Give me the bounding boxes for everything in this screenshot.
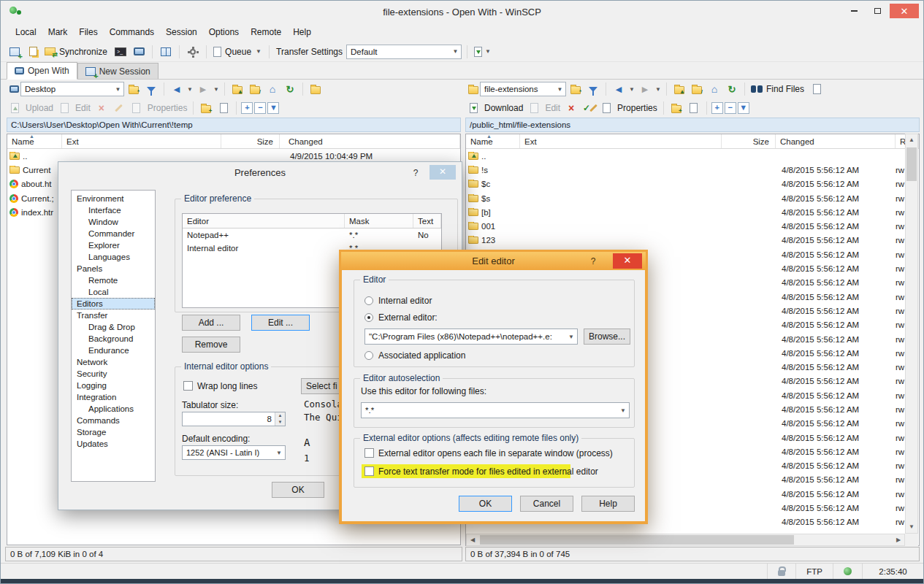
- pref-tree-storage[interactable]: Storage: [72, 426, 155, 438]
- editor-table-row[interactable]: Notepad++*.*No: [183, 228, 441, 242]
- edit-button[interactable]: [526, 100, 542, 116]
- pref-tree-transfer[interactable]: Transfer: [72, 310, 155, 321]
- preferences-button[interactable]: [185, 44, 201, 60]
- scroll-down-arrow[interactable]: ▼: [906, 521, 917, 533]
- new-window-button[interactable]: [131, 44, 147, 60]
- file-row[interactable]: 0014/8/2015 5:56:12 AMrw: [466, 219, 919, 233]
- help-button[interactable]: ?: [408, 166, 424, 180]
- editor-column[interactable]: Editor: [183, 214, 345, 228]
- right-path-bar[interactable]: /public_html/file-extensions: [465, 118, 920, 132]
- file-row[interactable]: $c4/8/2015 5:56:12 AMrw: [466, 177, 919, 191]
- close-button[interactable]: ✕: [890, 4, 919, 18]
- file-row[interactable]: 1234/8/2015 5:56:12 AMrw: [466, 234, 919, 247]
- pref-tree-endurance[interactable]: Endurance: [72, 345, 155, 356]
- tab-new-session[interactable]: New Session: [77, 63, 159, 79]
- security-cell[interactable]: [767, 564, 795, 579]
- chevron-down-icon[interactable]: ▼: [255, 48, 262, 55]
- home-directory-button[interactable]: ⌂: [264, 81, 280, 97]
- delete-button[interactable]: ×: [563, 100, 579, 116]
- wrap-long-lines-checkbox[interactable]: [183, 381, 193, 391]
- vertical-scrollbar[interactable]: ▲ ▼: [905, 134, 918, 534]
- ok-button[interactable]: OK: [459, 496, 512, 512]
- file-mask-combo[interactable]: *.* ▼: [361, 402, 630, 418]
- session-color-button[interactable]: ▼: [473, 44, 493, 60]
- synchronize-button[interactable]: Synchronize: [43, 44, 110, 60]
- maximize-button[interactable]: [866, 4, 888, 18]
- menu-options[interactable]: Options: [203, 24, 245, 40]
- pref-tree-logging[interactable]: Logging: [72, 380, 155, 391]
- queue-button[interactable]: Queue ▼: [212, 44, 264, 60]
- open-directory-button[interactable]: *: [568, 81, 584, 97]
- preferences-title-bar[interactable]: Preferences: [58, 162, 462, 182]
- transfer-settings-combo[interactable]: Default ▼: [346, 45, 462, 59]
- external-editor-path-combo[interactable]: "C:\Program Files (x86)\Notepad++\notepa…: [364, 328, 578, 345]
- scroll-left-arrow[interactable]: ◀: [467, 534, 478, 545]
- pref-tree-window[interactable]: Window: [72, 216, 155, 228]
- back-history-chevron[interactable]: ▼: [186, 86, 194, 93]
- tab-open-with[interactable]: Open With: [7, 62, 77, 80]
- new-file-button[interactable]: [686, 100, 702, 116]
- column-header-ext[interactable]: Ext: [520, 134, 722, 148]
- column-header-name[interactable]: Name: [7, 134, 62, 148]
- commander-view-button[interactable]: [158, 44, 174, 60]
- back-button[interactable]: ◀: [611, 81, 627, 97]
- edit-button[interactable]: [56, 100, 72, 116]
- menu-session[interactable]: Session: [160, 24, 203, 40]
- forward-history-chevron[interactable]: ▼: [213, 86, 220, 93]
- spinner-buttons[interactable]: ▲▼: [275, 412, 285, 426]
- menu-help[interactable]: Help: [287, 24, 317, 40]
- scroll-up-arrow[interactable]: ▲: [906, 134, 917, 146]
- minimize-button[interactable]: [843, 4, 865, 18]
- file-row[interactable]: !s4/8/2015 5:56:12 AMrw: [466, 163, 919, 177]
- pref-tree-environment[interactable]: Environment: [72, 193, 155, 204]
- refresh-button[interactable]: ↻: [724, 81, 740, 97]
- help-button[interactable]: Help: [581, 496, 635, 512]
- connection-cell[interactable]: [833, 564, 862, 579]
- pref-tree-editors[interactable]: Editors: [72, 298, 155, 310]
- browse-button[interactable]: Browse...: [584, 328, 630, 345]
- console-button[interactable]: >_: [112, 44, 129, 60]
- file-row[interactable]: ..: [466, 149, 919, 163]
- default-encoding-combo[interactable]: 1252 (ANSI - Latin I) ▼: [182, 445, 286, 460]
- column-header-changed[interactable]: Changed: [280, 134, 460, 148]
- rename-button[interactable]: ✓: [581, 100, 597, 116]
- menu-mark[interactable]: Mark: [42, 24, 74, 40]
- pref-tree-commands[interactable]: Commands: [72, 415, 155, 426]
- pref-tree-security[interactable]: Security: [72, 368, 155, 380]
- pref-tree-languages[interactable]: Languages: [72, 251, 155, 263]
- menu-commands[interactable]: Commands: [104, 24, 160, 40]
- close-icon[interactable]: ✕: [613, 253, 642, 269]
- properties-button[interactable]: [129, 100, 145, 116]
- force-text-mode-checkbox[interactable]: [364, 466, 374, 476]
- forward-button[interactable]: ▶: [637, 81, 653, 97]
- delete-button[interactable]: ×: [93, 100, 110, 116]
- column-header-changed[interactable]: Changed: [776, 134, 896, 148]
- ok-button[interactable]: OK: [272, 482, 324, 498]
- horizontal-scrollbar[interactable]: ◀ ▶: [466, 534, 905, 546]
- scrollbar-thumb[interactable]: [906, 147, 917, 181]
- associated-application-radio[interactable]: [364, 351, 373, 360]
- refresh-button[interactable]: ↻: [282, 81, 298, 97]
- follow-link-button[interactable]: [308, 81, 324, 97]
- title-bar[interactable]: file-extensions - Open With - WinSCP ✕: [1, 1, 923, 23]
- left-location-combo[interactable]: Desktop ▼: [20, 82, 124, 96]
- column-header-ext[interactable]: Ext: [62, 134, 221, 148]
- back-history-chevron[interactable]: ▼: [628, 86, 635, 93]
- parent-directory-button[interactable]: ▲: [229, 81, 245, 97]
- pref-tree-panels[interactable]: Panels: [72, 263, 155, 274]
- cancel-button[interactable]: Cancel: [520, 496, 573, 512]
- filter-button[interactable]: [585, 81, 601, 97]
- forward-button[interactable]: ▶: [195, 81, 211, 97]
- new-directory-button[interactable]: +: [198, 100, 214, 116]
- new-file-button[interactable]: [215, 100, 232, 116]
- pref-tree-explorer[interactable]: Explorer: [72, 239, 155, 251]
- select-all-button[interactable]: +: [711, 102, 723, 114]
- column-header-name[interactable]: Name: [466, 134, 520, 148]
- upload-button[interactable]: [7, 100, 23, 116]
- pref-tree-commander[interactable]: Commander: [72, 228, 155, 239]
- left-path-bar[interactable]: C:\Users\User\Desktop\Open With\Current\…: [7, 118, 461, 132]
- back-button[interactable]: ◀: [169, 81, 185, 97]
- tabulator-size-spinner[interactable]: 8 ▲▼: [182, 412, 286, 426]
- external-editor-radio[interactable]: [364, 313, 373, 322]
- filter-button[interactable]: [143, 81, 159, 97]
